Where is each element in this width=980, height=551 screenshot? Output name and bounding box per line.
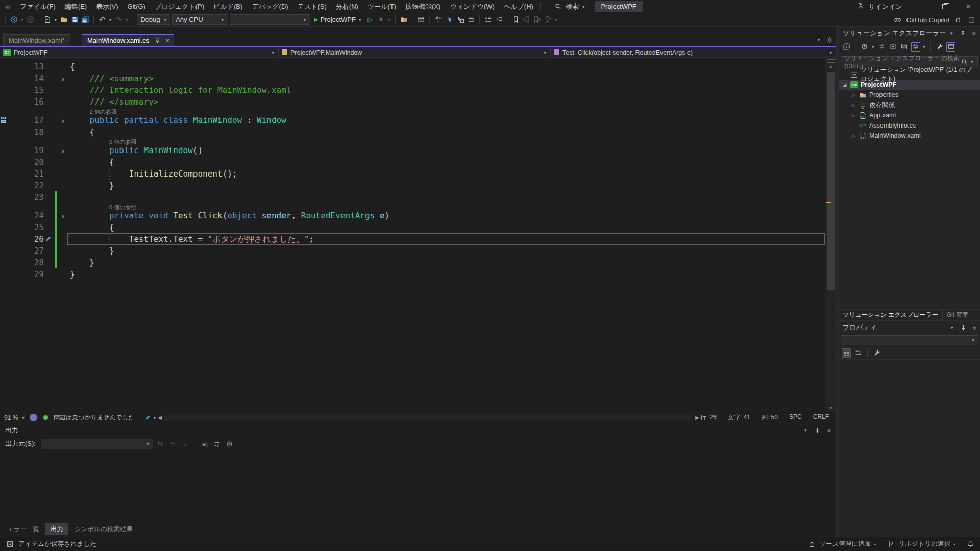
bottom-tab[interactable]: 出力 <box>45 523 68 535</box>
redo-chevron-icon[interactable]: ▾ <box>125 17 130 22</box>
code-editor[interactable]: 13{14∨/// <summary>15/// Interaction log… <box>0 58 836 412</box>
fold-margin[interactable] <box>58 61 67 72</box>
search-box[interactable]: 検索 ▾ <box>550 2 590 11</box>
glyph-margin[interactable] <box>0 257 12 268</box>
toggle-bookmark-icon[interactable] <box>511 15 520 24</box>
document-tab[interactable]: MainWindow.xaml.cs× <box>82 34 174 46</box>
breadcrumb-member-dropdown[interactable]: Test_Click(object sender, RoutedEventArg… <box>551 47 836 57</box>
code-cleanup-chevron-icon[interactable]: ▾ <box>153 415 157 420</box>
glyph-margin[interactable] <box>0 144 12 156</box>
collapsed-arrow-icon[interactable]: ▷ <box>850 93 856 97</box>
scroll-down-arrow-icon[interactable]: ▼ <box>825 406 836 411</box>
alphabetical-sort-icon[interactable] <box>853 348 863 358</box>
glyph-margin[interactable] <box>0 268 12 280</box>
toolbar-grip[interactable] <box>4 16 6 24</box>
fold-margin[interactable] <box>58 156 67 168</box>
startup-item-dropdown[interactable]: ▾ <box>230 14 310 25</box>
save-icon[interactable] <box>70 15 79 24</box>
glyph-margin[interactable] <box>0 221 12 233</box>
fold-margin[interactable] <box>58 126 67 138</box>
tab-git-changes[interactable]: Git 変更 <box>942 310 973 320</box>
fold-margin[interactable] <box>58 84 67 96</box>
live-share-cursor-icon[interactable] <box>445 15 454 24</box>
code-text[interactable]: private void Test_Click(object sender, R… <box>67 210 825 221</box>
code-text[interactable]: TestText.Text = "ボタンが押されました。"; <box>67 233 825 245</box>
code-text[interactable]: /// <summary> <box>67 72 825 84</box>
feedback-project-badge[interactable]: ProjectWPF <box>595 1 642 12</box>
select-repository-button[interactable]: リポジトリの選択 ▴ <box>886 540 955 549</box>
code-line-19[interactable]: 19∨public MainWindow() <box>0 144 825 156</box>
code-text[interactable]: /// Interaction logic for MainWindow.xam… <box>67 84 825 96</box>
glyph-margin[interactable] <box>0 96 12 108</box>
glyph-margin[interactable] <box>0 210 12 221</box>
fold-margin[interactable] <box>58 108 67 114</box>
filter-chevron-icon[interactable]: ▾ <box>871 44 875 49</box>
redo-icon[interactable]: ↷ <box>114 15 124 24</box>
glyph-margin[interactable] <box>0 108 12 114</box>
code-line-18[interactable]: 18{ <box>0 126 825 138</box>
notifications-bell-icon[interactable] <box>966 540 975 549</box>
menu-item[interactable]: デバッグ(D) <box>247 0 292 13</box>
properties-header[interactable]: プロパティ ▾ × <box>839 321 980 334</box>
code-line-29[interactable]: 29} <box>0 268 825 280</box>
code-line-27[interactable]: 27} <box>0 245 825 257</box>
pin-icon[interactable] <box>153 36 162 45</box>
clear-bookmarks-icon[interactable] <box>543 15 552 24</box>
code-line-17[interactable]: 17∨public partial class MainWindow : Win… <box>0 114 825 126</box>
fold-margin[interactable]: ∨ <box>58 72 67 84</box>
glyph-margin[interactable] <box>0 245 12 257</box>
pending-changes-filter-icon[interactable] <box>860 42 869 52</box>
glyph-margin[interactable] <box>0 191 12 203</box>
fold-margin[interactable] <box>58 180 67 191</box>
tree-item-assemblyinfo-cs[interactable]: C#AssemblyInfo.cs <box>839 120 980 131</box>
comment-lines-icon[interactable] <box>483 15 493 24</box>
code-text[interactable]: } <box>67 268 825 280</box>
collapsed-arrow-icon[interactable]: ▷ <box>850 103 856 108</box>
fold-margin[interactable]: ∨ <box>58 210 67 221</box>
code-line-20[interactable]: 20{ <box>0 156 825 168</box>
property-pages-wrench-icon[interactable] <box>872 348 881 358</box>
minimize-button[interactable]: – <box>910 0 933 13</box>
code-line-21[interactable]: 21InitializeComponent(); <box>0 168 825 180</box>
code-cleanup-pen-icon[interactable] <box>143 413 153 422</box>
open-file-icon[interactable] <box>59 15 68 24</box>
restore-button[interactable] <box>933 0 957 13</box>
uncomment-lines-icon[interactable] <box>494 15 503 24</box>
properties-wrench-icon[interactable] <box>935 42 944 52</box>
tree-item-mainwindow-xaml[interactable]: ▷MainWindow.xaml <box>839 131 980 141</box>
copilot-share-icon[interactable] <box>953 15 963 24</box>
navigate-back-chevron-icon[interactable]: ▾ <box>20 17 24 22</box>
code-text[interactable]: { <box>67 126 825 138</box>
glyph-margin[interactable] <box>0 203 12 210</box>
expanded-arrow-icon[interactable]: ◢ <box>842 83 848 87</box>
start-debugging-button[interactable]: ▶ ProjectWPF ▾ <box>312 16 364 23</box>
scrollbar-thumb[interactable] <box>827 72 835 290</box>
codelens-row[interactable]: 0 個の参照 <box>0 203 825 210</box>
menu-item[interactable]: ファイル(F) <box>15 0 60 13</box>
tree-item-app-xaml[interactable]: ▷App.xaml <box>839 110 980 120</box>
collapsed-arrow-icon[interactable]: ▷ <box>850 113 856 118</box>
glyph-margin[interactable] <box>0 72 12 84</box>
glyph-margin[interactable] <box>0 156 12 168</box>
code-area[interactable]: 13{14∨/// <summary>15/// Interaction log… <box>0 61 825 280</box>
close-icon[interactable]: × <box>972 324 976 332</box>
code-line-16[interactable]: 16/// </summary> <box>0 96 825 108</box>
code-line-23[interactable]: 23 <box>0 191 825 203</box>
start-without-debugging-icon[interactable]: ▷ <box>365 15 375 24</box>
code-line-15[interactable]: 15/// Interaction logic for MainWindow.x… <box>0 84 825 96</box>
menu-item[interactable]: テスト(S) <box>293 0 331 13</box>
line-indicator[interactable]: 行: 26 <box>700 413 717 422</box>
collapsed-arrow-icon[interactable]: ▷ <box>850 134 856 138</box>
close-icon[interactable]: × <box>827 427 831 434</box>
breadcrumb-project-dropdown[interactable]: C# ProjectWPF ▾ <box>0 47 279 57</box>
menu-item[interactable]: 表示(V) <box>91 0 122 13</box>
code-line-24[interactable]: 24∨private void Test_Click(object sender… <box>0 210 825 221</box>
new-project-icon[interactable] <box>43 15 52 24</box>
codelens-text[interactable]: 0 個の参照 <box>67 138 825 144</box>
save-all-icon[interactable] <box>81 15 90 24</box>
fold-margin[interactable] <box>58 257 67 268</box>
horizontal-scrollbar[interactable] <box>165 414 692 421</box>
toolbar-grip[interactable] <box>428 16 430 24</box>
fold-chevron-icon[interactable]: ∨ <box>61 213 65 220</box>
column-indicator[interactable]: 列: 50 <box>762 413 778 422</box>
